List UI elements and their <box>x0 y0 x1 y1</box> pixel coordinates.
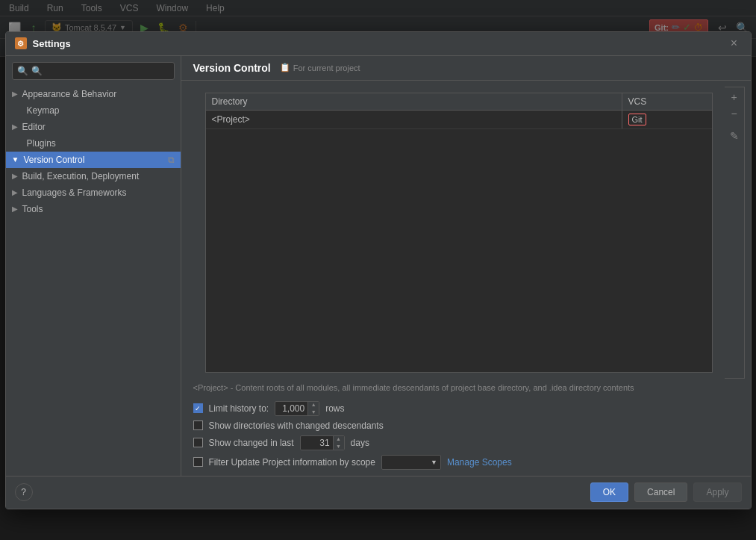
sidebar-search-box[interactable]: 🔍 <box>12 62 175 80</box>
content-area: Version Control 📋 For current project Di… <box>181 56 751 476</box>
chevron-icon: ▼ <box>12 155 19 164</box>
show-changed-value: 31 <box>301 438 333 448</box>
table-body: <Project> Git <box>206 111 712 372</box>
scope-dropdown[interactable]: ▼ <box>381 455 441 470</box>
content-subtitle: 📋 For current project <box>280 63 360 72</box>
dialog-footer: ? OK Cancel Apply <box>6 476 751 509</box>
sidebar-item-plugins[interactable]: Plugins <box>6 135 181 152</box>
vcs-table-area: Directory VCS <Project> Git <box>193 87 745 379</box>
limit-history-label-after: rows <box>325 403 344 414</box>
limit-history-value: 1,000 <box>275 403 307 414</box>
sidebar-item-build[interactable]: ▶ Build, Execution, Deployment <box>6 168 181 184</box>
sidebar-item-languages[interactable]: ▶ Languages & Frameworks <box>6 184 181 201</box>
modal-overlay: ⚙ Settings × 🔍 ▶ Appearance & Behavio <box>0 0 756 540</box>
content-header: Version Control 📋 For current project <box>181 56 751 81</box>
settings-icon: ⚙ <box>15 37 27 49</box>
option-show-dirs: Show directories with changed descendant… <box>193 420 739 431</box>
option-limit-history: ✓ Limit history to: 1,000 ▲ ▼ rows <box>193 401 739 416</box>
chevron-icon: ▶ <box>12 172 18 180</box>
dialog-body: 🔍 ▶ Appearance & Behavior Keymap ▶ Edito… <box>6 56 751 476</box>
option-show-changed: Show changed in last 31 ▲ ▼ days <box>193 435 739 450</box>
settings-sidebar: 🔍 ▶ Appearance & Behavior Keymap ▶ Edito… <box>6 56 181 476</box>
checkbox-show-changed[interactable] <box>193 438 203 447</box>
footer-left: ? <box>15 483 33 501</box>
col-vcs: VCS <box>622 93 712 110</box>
limit-history-label-before: Limit history to: <box>209 403 269 414</box>
apply-button[interactable]: Apply <box>693 482 741 502</box>
copy-icon: ⧉ <box>168 155 175 165</box>
vcs-git-badge: Git <box>628 114 646 125</box>
table-row[interactable]: <Project> Git <box>206 111 712 129</box>
sidebar-item-editor[interactable]: ▶ Editor <box>6 119 181 135</box>
footer-right: OK Cancel Apply <box>590 482 742 502</box>
spinner-down[interactable]: ▼ <box>308 409 319 416</box>
dialog-title-bar: ⚙ Settings × <box>6 32 751 56</box>
sidebar-item-version-control[interactable]: ▼ Version Control ⧉ <box>6 152 181 168</box>
settings-dialog: ⚙ Settings × 🔍 ▶ Appearance & Behavio <box>5 31 752 509</box>
show-changed-label-before: Show changed in last <box>209 438 294 448</box>
edit-row-button[interactable]: ✎ <box>728 129 741 143</box>
search-icon: 🔍 <box>17 66 28 76</box>
ide-background: Build Run Tools VCS Window Help ⬜ ↑ 🐱 To… <box>0 0 756 540</box>
dialog-close-button[interactable]: × <box>727 36 742 51</box>
note-text: <Project> - Content roots of all modules… <box>181 379 751 397</box>
add-row-button[interactable]: + <box>728 90 741 104</box>
options-area: ✓ Limit history to: 1,000 ▲ ▼ rows <box>181 397 751 476</box>
spinner-down-2[interactable]: ▼ <box>334 443 344 450</box>
cell-vcs: Git <box>622 111 712 128</box>
cell-directory: <Project> <box>206 111 622 128</box>
chevron-icon: ▶ <box>12 90 18 98</box>
dialog-title: ⚙ Settings <box>15 37 71 49</box>
chevron-icon: ▶ <box>12 122 18 131</box>
checkbox-limit-history[interactable]: ✓ <box>193 403 203 413</box>
checkbox-show-dirs[interactable] <box>193 420 203 430</box>
sidebar-item-keymap[interactable]: Keymap <box>6 102 181 119</box>
option-filter-update: Filter Update Project information by sco… <box>193 455 739 470</box>
show-changed-input[interactable]: 31 ▲ ▼ <box>300 435 345 450</box>
remove-row-button[interactable]: − <box>728 107 741 120</box>
show-changed-label-after: days <box>351 438 369 448</box>
chevron-icon: ▶ <box>12 188 18 196</box>
help-button[interactable]: ? <box>15 483 33 501</box>
vcs-table: Directory VCS <Project> Git <box>205 93 713 373</box>
col-directory: Directory <box>206 93 622 110</box>
table-header: Directory VCS <box>206 93 712 111</box>
spinner-up-2[interactable]: ▲ <box>334 435 344 443</box>
spinner-up[interactable]: ▲ <box>308 401 319 409</box>
filter-update-label: Filter Update Project information by sco… <box>209 457 375 468</box>
ok-button[interactable]: OK <box>590 482 628 502</box>
project-icon: 📋 <box>280 63 290 72</box>
show-dirs-label: Show directories with changed descendant… <box>209 420 384 431</box>
chevron-icon: ▶ <box>12 205 18 213</box>
sidebar-item-appearance[interactable]: ▶ Appearance & Behavior <box>6 86 181 102</box>
manage-scopes-link[interactable]: Manage Scopes <box>447 457 512 468</box>
checkbox-filter-update[interactable] <box>193 457 203 467</box>
limit-history-input[interactable]: 1,000 ▲ ▼ <box>275 401 319 416</box>
cancel-button[interactable]: Cancel <box>634 482 687 502</box>
sidebar-search-input[interactable] <box>31 66 169 76</box>
content-title: Version Control <box>193 62 271 74</box>
sidebar-item-tools[interactable]: ▶ Tools <box>6 201 181 217</box>
